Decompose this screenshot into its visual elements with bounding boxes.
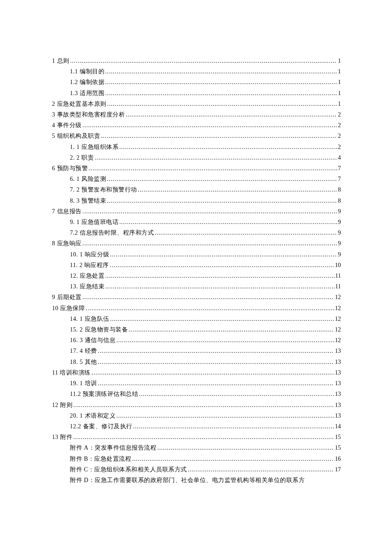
- toc-entry: 11.2 预案演练评估和总结 13: [52, 389, 341, 399]
- toc-entry: 13 附件15: [52, 432, 341, 442]
- toc-leader-dots: [105, 270, 334, 281]
- toc-leader-dots: [107, 195, 337, 206]
- toc-leader-dots: [98, 346, 334, 356]
- toc-entry: 附件 D：应急工作需要联系的政府部门、社会单位、电力监管机构等相关单位的联系方: [52, 475, 341, 485]
- toc-entry-title: 13. 应急结束: [70, 281, 104, 292]
- toc-entry-title: 1 总则: [52, 55, 69, 66]
- toc-entry-page: 1: [338, 88, 341, 99]
- toc-entry-title: 14. 1 应急队伍: [70, 314, 110, 324]
- toc-entry: 11. 2 响应程序 10: [52, 260, 341, 270]
- toc-entry-page: 9: [338, 217, 341, 227]
- toc-leader-dots: [119, 142, 337, 152]
- toc-entry: 1. 1 应急组织体系 2: [52, 142, 341, 152]
- toc-leader-dots: [101, 131, 337, 141]
- toc-entry-title: 6 预防与预警: [52, 163, 88, 174]
- toc-entry-title: 13 附件: [52, 432, 72, 442]
- toc-leader-dots: [126, 109, 337, 120]
- toc-entry-title: 12 附则: [52, 400, 72, 410]
- toc-entry: 19. 1 培训 13: [52, 378, 341, 389]
- toc-entry: 2 应急处置基本原则1: [52, 99, 341, 109]
- toc-leader-dots: [110, 260, 334, 270]
- toc-entry-page: 10: [335, 260, 341, 270]
- toc-entry-page: 13: [335, 367, 341, 378]
- toc-entry-title: 2. 2 职责: [70, 152, 94, 163]
- toc-leader-dots: [73, 432, 334, 442]
- toc-entry-page: 9: [338, 238, 341, 249]
- toc-entry: 17. 4 经费 13: [52, 346, 341, 356]
- toc-leader-dots: [105, 281, 334, 292]
- toc-entry: 1.2 编制依据 1: [52, 77, 341, 87]
- toc-entry-title: 附件 A：突发事件信息报告流程: [70, 442, 156, 453]
- toc-entry-title: 18. 5 其他: [70, 357, 97, 367]
- toc-leader-dots: [89, 163, 337, 174]
- toc-entry-title: 9. 1 应急值班电话: [70, 217, 118, 227]
- toc-entry-page: 13: [335, 357, 341, 367]
- toc-leader-dots: [83, 238, 337, 249]
- toc-entry-title: 16. 3 通信与信息: [70, 335, 115, 346]
- toc-entry: 12 附则13: [52, 400, 341, 410]
- toc-entry: 15. 2 应急物资与装备 12: [52, 324, 341, 335]
- toc-entry-page: 13: [335, 346, 341, 356]
- toc-entry-page: 15: [335, 432, 341, 442]
- toc-entry-page: 12: [335, 314, 341, 324]
- toc-entry: 5 组织机构及职责2: [52, 131, 341, 141]
- toc-leader-dots: [105, 77, 337, 87]
- toc-entry-page: 8: [338, 184, 341, 195]
- toc-entry-title: 20. 1 术语和定义: [70, 410, 115, 421]
- toc-entry-page: 11: [335, 270, 341, 281]
- toc-entry: 7.2 信息报告时限、程序和方式 9: [52, 227, 341, 238]
- toc-leader-dots: [110, 249, 337, 260]
- toc-entry: 12.2 备案、修订及执行 14: [52, 421, 341, 432]
- toc-entry-title: 7 信息报告: [52, 206, 82, 217]
- toc-entry-page: 13: [335, 400, 341, 410]
- toc-entry-page: 1: [338, 77, 341, 87]
- toc-entry-page: 2: [338, 142, 341, 152]
- toc-entry-title: 8 应急响应: [52, 238, 82, 249]
- toc-entry-title: 15. 2 应急物资与装备: [70, 324, 128, 335]
- toc-entry: 6. 1 风险监测 7: [52, 174, 341, 184]
- toc-entry-page: 7: [338, 163, 341, 174]
- toc-leader-dots: [83, 120, 337, 131]
- toc-entry-title: 11. 2 响应程序: [70, 260, 109, 270]
- toc-entry-page: 1: [338, 66, 341, 77]
- toc-leader-dots: [107, 99, 337, 109]
- toc-entry: 4 事件分级2: [52, 120, 341, 131]
- toc-entry: 13. 应急结束 11: [52, 281, 341, 292]
- toc-entry-page: 13: [335, 410, 341, 421]
- toc-entry-page: 17: [335, 464, 341, 475]
- toc-entry-title: 3 事故类型和危害程度分析: [52, 109, 125, 120]
- toc-entry-title: 9 后期处置: [52, 292, 82, 302]
- toc-leader-dots: [105, 88, 337, 99]
- toc-entry-title: 19. 1 培训: [70, 378, 97, 389]
- toc-entry: 1.1 编制目的 1: [52, 66, 341, 77]
- toc-entry-title: 11.2 预案演练评估和总结: [70, 389, 138, 399]
- toc-entry: 3 事故类型和危害程度分析2: [52, 109, 341, 120]
- toc-entry-title: 10 应急保障: [52, 303, 85, 314]
- toc-entry: 16. 3 通信与信息 12: [52, 335, 341, 346]
- toc-leader-dots: [132, 453, 334, 464]
- toc-entry: 8 应急响应9: [52, 238, 341, 249]
- toc-entry-page: 16: [335, 453, 341, 464]
- toc-leader-dots: [95, 152, 337, 163]
- toc-entry: 2. 2 职责 4: [52, 152, 341, 163]
- toc-entry-page: 12: [335, 303, 341, 314]
- toc-leader-dots: [155, 227, 337, 238]
- toc-entry-title: 2 应急处置基本原则: [52, 99, 107, 109]
- toc-leader-dots: [107, 174, 337, 184]
- toc-leader-dots: [83, 206, 337, 217]
- toc-entry-title: 1.2 编制依据: [70, 77, 104, 87]
- toc-entry-title: 6. 1 风险监测: [70, 174, 106, 184]
- toc-entry: 6 预防与预警7: [52, 163, 341, 174]
- toc-entry: 11 培训和演练13: [52, 367, 341, 378]
- toc-entry-page: 13: [335, 378, 341, 389]
- toc-entry: 12. 应急处置 11: [52, 270, 341, 281]
- toc-entry-page: 12: [335, 324, 341, 335]
- toc-leader-dots: [105, 66, 337, 77]
- toc-entry: 10 应急保障12: [52, 303, 341, 314]
- toc-entry-page: 2: [338, 131, 341, 141]
- toc-entry: 14. 1 应急队伍 12: [52, 314, 341, 324]
- toc-leader-dots: [70, 55, 337, 66]
- toc-entry: 附件 B：应急处置流程 16: [52, 453, 341, 464]
- toc-entry-page: 14: [335, 421, 341, 432]
- toc-leader-dots: [138, 184, 337, 195]
